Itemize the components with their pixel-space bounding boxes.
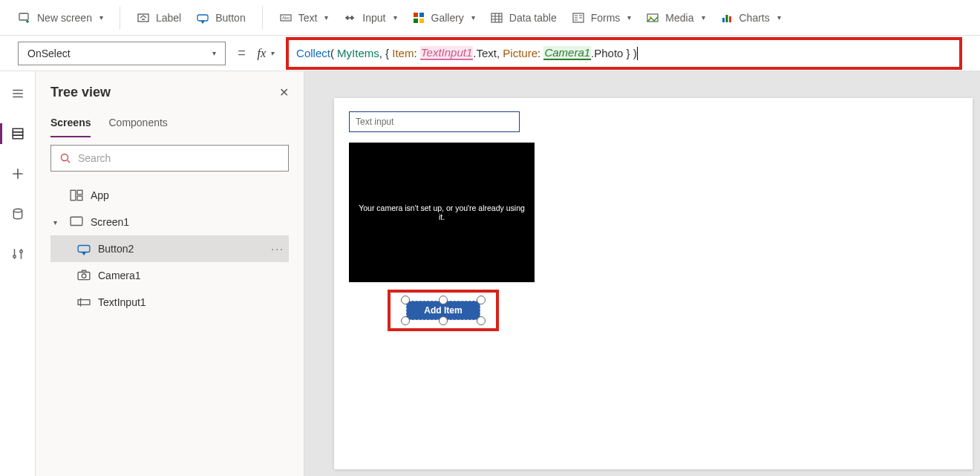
camera-message: Your camera isn't set up, or you're alre… [356, 203, 527, 221]
label-label: Label [156, 12, 181, 24]
charts-button[interactable]: Charts ▾ [713, 7, 788, 29]
text-input-placeholder: Text input [356, 117, 393, 127]
rail-insert[interactable] [6, 162, 30, 186]
svg-rect-2 [197, 15, 208, 21]
fx-button[interactable]: fx▾ [258, 47, 275, 60]
media-icon [646, 11, 659, 25]
property-selector[interactable]: OnSelect ▾ [18, 42, 226, 65]
new-screen-label: New screen [37, 12, 92, 24]
more-icon[interactable]: ··· [271, 243, 284, 255]
tree-list: App ▾ Screen1 Button2 ··· Camera1 TextIn… [50, 182, 289, 316]
tree-search[interactable]: Search [50, 145, 289, 172]
resize-handle[interactable] [439, 296, 448, 304]
input-button[interactable]: Input ▾ [336, 7, 404, 29]
tree-item-screen1[interactable]: ▾ Screen1 [50, 209, 289, 235]
svg-rect-25 [71, 190, 76, 200]
chevron-down-icon: ▾ [702, 13, 705, 22]
forms-button[interactable]: Forms ▾ [564, 7, 639, 29]
svg-point-23 [19, 250, 22, 252]
rail-tools[interactable] [6, 242, 30, 266]
resize-handle[interactable] [477, 316, 486, 325]
button-button[interactable]: Button [189, 7, 252, 29]
data-table-icon [490, 11, 503, 25]
input-icon [343, 11, 356, 25]
media-button[interactable]: Media ▾ [638, 7, 712, 29]
ribbon-divider [262, 6, 263, 30]
chevron-down-icon: ▾ [99, 13, 103, 22]
gallery-button[interactable]: Gallery ▾ [405, 7, 483, 29]
resize-handle[interactable] [439, 316, 448, 325]
resize-handle[interactable] [401, 316, 410, 325]
new-screen-button[interactable]: New screen ▾ [10, 7, 111, 29]
svg-rect-10 [419, 19, 424, 23]
text-label: Text [298, 12, 318, 24]
tree-item-textinput1[interactable]: TextInput1 [50, 289, 289, 316]
svg-rect-8 [419, 13, 424, 17]
ribbon-toolbar: New screen ▾ Label Button Abc Text ▾ Inp… [0, 0, 980, 36]
resize-handle[interactable] [477, 296, 486, 304]
button-text: Add Item [424, 305, 462, 316]
svg-text:Abc: Abc [282, 16, 290, 20]
svg-point-21 [13, 209, 22, 212]
rail-hamburger[interactable] [6, 82, 30, 105]
add-item-button[interactable]: Add Item [406, 301, 480, 320]
left-rail [0, 71, 36, 476]
svg-rect-15 [722, 18, 725, 22]
tree-label: Camera1 [98, 270, 141, 281]
svg-rect-26 [77, 190, 82, 195]
gallery-label: Gallery [431, 12, 464, 24]
svg-point-31 [82, 274, 86, 278]
canvas-button-selected[interactable]: Add Item [388, 290, 499, 331]
button-icon [196, 11, 209, 25]
search-icon [59, 151, 72, 165]
app-canvas[interactable]: Text input Your camera isn't set up, or … [334, 98, 973, 469]
rail-tree-view[interactable] [6, 122, 30, 146]
chevron-down-icon: ▾ [324, 13, 328, 22]
canvas-area[interactable]: Text input Your camera isn't set up, or … [304, 71, 980, 476]
chevron-down-icon: ▾ [471, 13, 475, 22]
chevron-down-icon: ▾ [53, 218, 62, 226]
resize-handle[interactable] [401, 296, 410, 304]
tab-components[interactable]: Components [108, 112, 167, 137]
tree-label: Button2 [98, 243, 134, 255]
data-table-label: Data table [509, 12, 557, 24]
svg-rect-27 [77, 196, 82, 200]
canvas-text-input[interactable]: Text input [349, 111, 520, 132]
formula-bar: OnSelect ▾ = fx▾ Collect( MyItems, { Ite… [0, 36, 980, 71]
label-icon [137, 11, 150, 25]
gallery-icon [412, 11, 425, 25]
tree-label: TextInput1 [98, 296, 146, 308]
data-table-button[interactable]: Data table [483, 7, 564, 29]
text-input-icon [77, 296, 91, 309]
svg-rect-32 [78, 300, 90, 305]
tree-tabs: Screens Components [50, 112, 289, 137]
canvas-camera[interactable]: Your camera isn't set up, or you're alre… [349, 143, 535, 282]
text-button[interactable]: Abc Text ▾ [272, 7, 336, 29]
charts-label: Charts [739, 12, 770, 24]
rail-data[interactable] [6, 202, 30, 226]
forms-icon [572, 11, 585, 25]
close-icon[interactable]: ✕ [279, 85, 289, 100]
chevron-down-icon: ▾ [212, 49, 216, 57]
ribbon-divider [120, 6, 120, 30]
main-area: Tree view ✕ Screens Components Search Ap… [0, 71, 980, 476]
formula-input[interactable]: Collect( MyItems, { Item: TextInput1.Tex… [286, 37, 962, 70]
button-icon [77, 242, 91, 255]
chevron-down-icon: ▾ [627, 13, 631, 22]
svg-rect-30 [78, 273, 90, 280]
forms-label: Forms [591, 12, 621, 24]
tab-screens[interactable]: Screens [50, 112, 91, 137]
screen-plus-icon [18, 11, 31, 25]
app-icon [70, 189, 83, 202]
svg-rect-17 [729, 16, 731, 22]
label-button[interactable]: Label [129, 7, 189, 29]
equals-sign: = [238, 45, 246, 61]
svg-rect-29 [78, 246, 90, 252]
tree-item-app[interactable]: App [50, 182, 289, 209]
charts-icon [720, 11, 734, 25]
tree-item-camera1[interactable]: Camera1 [50, 262, 289, 289]
tree-title: Tree view [50, 85, 111, 100]
svg-rect-0 [19, 13, 28, 20]
tree-item-button2[interactable]: Button2 ··· [50, 235, 289, 262]
text-icon: Abc [279, 11, 293, 25]
